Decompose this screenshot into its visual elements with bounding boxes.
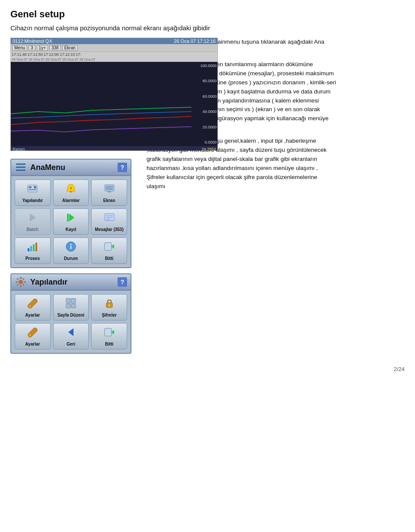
svg-rect-2 [16,170,26,171]
menu-btn-yapılandır-label: Yapılandır [22,198,43,203]
toolbar-menu[interactable]: Menu [12,45,27,51]
chart-svg [11,62,192,146]
ana-menu-help-button[interactable]: ? [118,163,127,172]
wrench-icon [26,183,38,196]
back-icon [65,326,77,340]
svg-rect-4 [29,186,32,188]
svg-rect-30 [20,285,22,287]
menu-btn-sayfa-duzeni[interactable]: Sayfa Düzeni [53,294,89,320]
menu-btn-sifreler-label: Şifreler [102,313,116,317]
menu-btn-ayarlar2[interactable]: Ayarlar [15,323,51,349]
yapılandır-menu-help-button[interactable]: ? [118,277,127,287]
info-icon [65,240,77,254]
page-layout-icon [65,297,77,311]
menu-btn-mesajlar[interactable]: Mesajlar (353) [91,208,127,235]
svg-point-25 [70,244,71,245]
menu-btn-batch: Batch [15,208,51,235]
chart-toolbar: Menu 3 1y+ 338 Ekran [11,44,217,52]
svg-point-44 [29,334,31,336]
menu-btn-durum[interactable]: Durum [53,237,89,264]
menu-btn-proses[interactable]: Proses [15,237,51,264]
svg-rect-14 [67,214,69,221]
menu-btn-geri-label: Geri [67,342,75,346]
menu-btn-ekran[interactable]: Ekran [91,179,127,206]
page-number: 2/24 [10,366,405,372]
yapılandır-icon [15,276,27,288]
svg-rect-20 [30,246,32,251]
svg-rect-11 [108,191,111,192]
svg-rect-26 [105,243,112,250]
svg-point-28 [19,280,23,284]
menu-btn-ayarlar2-label: Ayarlar [25,342,40,346]
menu-btn-alarmlar[interactable]: Alarmlar [53,179,89,206]
done2-icon [103,326,115,340]
svg-rect-29 [20,277,22,279]
menu-btn-yapılandır[interactable]: Yapılandır [15,179,51,206]
toolbar-screen[interactable]: Ekran [62,45,78,51]
chart-title-bar: 0112:Minitrend QX 26 Oca 07 17:12:16 [11,38,217,44]
left-column: 0112:Minitrend QX 26 Oca 07 17:12:16 Men… [10,38,138,362]
toolbar-num2: 1y+ [37,45,48,51]
chart-legend: Ramp124.7553 Curve1151.50 curve2-10.16 C… [11,146,217,151]
menu-btn-kayit[interactable]: Kayıt [53,208,89,235]
svg-point-5 [34,186,36,189]
svg-rect-1 [16,167,26,168]
menu-btn-sifreler[interactable]: Şifreler [91,294,127,320]
yapılandır-menu-box: Yapılandır ? Ayarlar [10,273,131,354]
toolbar-num1: 3 [29,45,35,51]
svg-rect-41 [71,304,76,308]
page-title: Genel setup [10,9,405,20]
menu-btn-durum-label: Durum [64,256,78,261]
done-icon [103,240,115,254]
chart-panel: 0112:Minitrend QX 26 Oca 07 17:12:16 Men… [10,38,218,151]
svg-rect-19 [28,248,29,251]
svg-point-43 [109,304,110,306]
menu-btn-bitti2-label: Bitti [105,342,113,346]
svg-rect-22 [35,243,37,251]
svg-rect-24 [70,246,71,249]
ana-menu-icon [15,161,27,173]
menu-btn-bitti[interactable]: Bitti [91,237,127,264]
svg-marker-45 [68,328,73,336]
chart-dates: 26 Oca 07 26 Oca 07 26 Oca 07 26 Oca 07 … [11,57,217,62]
menu-btn-geri[interactable]: Geri [53,323,89,349]
svg-rect-33 [16,278,19,280]
batch-icon [26,212,38,225]
page-subtitle: Cihazın normal çalışma pozisyonunda norm… [10,24,405,32]
lock-icon [103,297,115,311]
record-icon [65,212,77,225]
ana-menu-box: AnaMenu ? Yapılandır [10,159,131,268]
chart-timestamps: 17:11:40 17:11:50 17:12:00 17:12:10 17: [11,52,217,57]
svg-rect-3 [28,185,37,192]
svg-rect-40 [66,304,70,308]
yapılandır-menu-header: Yapılandır ? [10,273,131,291]
menu-btn-ayarlar[interactable]: Ayarlar [15,294,51,320]
svg-rect-39 [71,298,76,303]
menu-btn-alarmlar-label: Alarmlar [62,198,80,203]
menu-btn-sayfa-duzeni-label: Sayfa Düzeni [57,313,84,317]
alarm-icon [65,183,77,196]
svg-rect-6 [29,189,36,190]
svg-rect-38 [66,298,70,303]
svg-rect-31 [16,281,18,283]
ana-menu-body: Yapılandır Alarmlar [10,176,131,268]
svg-rect-35 [16,283,19,286]
svg-rect-0 [16,163,26,165]
chart-title: 0112:Minitrend QX [13,38,52,44]
menu-btn-batch-label: Batch [26,227,38,232]
screen-icon [103,183,115,196]
svg-rect-15 [105,214,114,221]
menu-btn-bitti2[interactable]: Bitti [91,323,127,349]
chart-area: 0112:Minitrend QX 26 Oca 07 17:12:16 Men… [11,38,217,151]
chart-datetime: 26 Oca 07 17:12:16 [174,38,216,44]
chart-graph: 100.0000 80.0000 60.0000 40.0000 20.0000… [11,62,217,146]
menu-btn-proses-label: Proses [26,256,40,261]
svg-rect-7 [70,191,72,192]
menu-btn-bitti-label: Bitti [105,256,113,261]
toolbar-num3: 338 [49,45,61,51]
yapılandır-menu-title: Yapılandır [30,278,114,287]
svg-marker-13 [69,214,74,221]
menu-btn-ayarlar-label: Ayarlar [25,313,40,317]
svg-marker-12 [30,214,36,221]
ana-menu-title: AnaMenu [30,163,114,172]
